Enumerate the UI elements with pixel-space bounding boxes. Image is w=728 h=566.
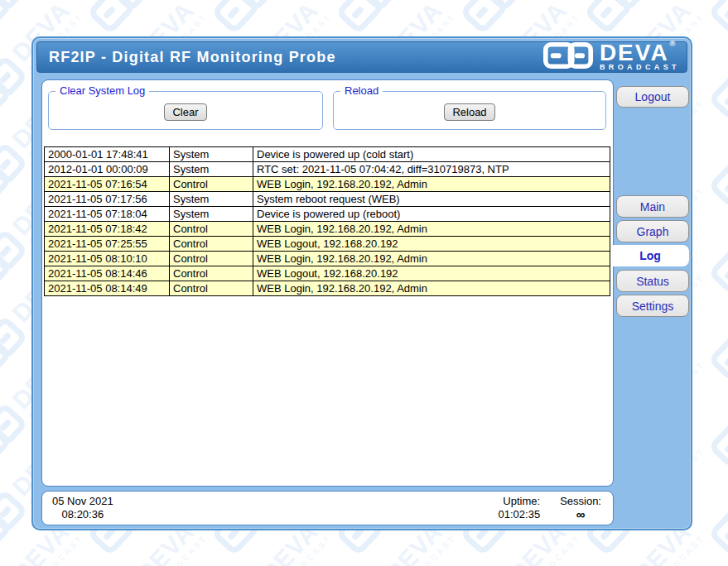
log-cell: Control [170, 237, 253, 252]
clear-system-log-group: Clear System Log Clear [48, 91, 323, 130]
log-cell: WEB Logout, 192.168.20.192 [253, 237, 610, 252]
app-window: RF2IP - Digital RF Monitoring Probe DEVA… [31, 36, 692, 530]
deva-brand: DEVA® [600, 43, 680, 63]
log-cell: 2021-11-05 08:14:46 [45, 266, 170, 281]
uptime-display: Uptime: 01:02:35 [499, 495, 541, 521]
log-row: 2021-11-05 07:25:55ControlWEB Logout, 19… [45, 237, 610, 252]
log-cell: RTC set: 2021-11-05 07:04:42, diff=31071… [253, 162, 610, 177]
status-bar: 05 Nov 2021 08:20:36 Uptime: 01:02:35 Se… [41, 491, 614, 525]
uptime-value: 01:02:35 [499, 508, 541, 521]
log-row: 2021-11-05 07:18:04SystemDevice is power… [45, 207, 610, 222]
session-label: Session: [560, 495, 601, 508]
deva-db-icon [543, 42, 593, 72]
log-cell: System [170, 192, 253, 207]
content-panel: Clear System Log Clear Reload Reload 200… [41, 79, 614, 487]
logout-button[interactable]: Logout [616, 86, 689, 108]
registered-mark: ® [670, 41, 677, 48]
log-row: 2021-11-05 08:14:46ControlWEB Logout, 19… [45, 266, 610, 281]
log-row: 2021-11-05 07:16:54ControlWEB Login, 192… [45, 177, 610, 192]
deva-watermark-logo: DEVABROADCAST [706, 0, 728, 36]
log-cell: 2021-11-05 07:18:04 [45, 207, 170, 222]
log-cell: 2021-11-05 08:14:49 [45, 281, 170, 296]
uptime-label: Uptime: [499, 495, 541, 508]
clear-button[interactable]: Clear [164, 103, 206, 121]
log-row: 2021-11-05 08:10:10ControlWEB Login, 192… [45, 252, 610, 266]
log-row: 2012-01-01 00:00:09SystemRTC set: 2021-1… [45, 162, 610, 177]
tab-log[interactable]: Log [611, 245, 689, 266]
log-cell: Control [170, 222, 253, 237]
tab-status[interactable]: Status [616, 270, 689, 292]
log-cell: Control [170, 281, 253, 296]
log-cell: System [170, 147, 253, 162]
log-cell: WEB Logout, 192.168.20.192 [253, 266, 610, 281]
log-row: 2021-11-05 08:14:49ControlWEB Login, 192… [45, 281, 610, 296]
reload-group: Reload Reload [333, 91, 606, 130]
log-cell: 2021-11-05 07:16:54 [45, 177, 170, 192]
deva-logo-text: DEVA® BROADCAST [600, 43, 680, 72]
log-cell: WEB Login, 192.168.20.192, Admin [253, 177, 610, 192]
log-cell: 2021-11-05 07:25:55 [45, 237, 170, 252]
log-cell: System [170, 207, 253, 222]
log-cell: System reboot request (WEB) [253, 192, 610, 207]
time-value: 08:20:36 [52, 508, 113, 521]
log-cell: 2000-01-01 17:48:41 [45, 147, 170, 162]
log-table: 2000-01-01 17:48:41SystemDevice is power… [44, 146, 610, 296]
deva-logo: DEVA® BROADCAST [543, 42, 680, 72]
log-cell: 2021-11-05 08:10:10 [45, 252, 170, 266]
log-cell: WEB Login, 192.168.20.192, Admin [253, 281, 610, 296]
tab-settings[interactable]: Settings [616, 295, 689, 317]
log-cell: WEB Login, 192.168.20.192, Admin [253, 252, 610, 266]
tab-main[interactable]: Main [616, 195, 689, 218]
footer-right: Uptime: 01:02:35 Session: ∞ [499, 495, 601, 521]
log-cell: WEB Login, 192.168.20.192, Admin [253, 222, 610, 237]
log-cell: System [170, 162, 253, 177]
page: DEVABROADCAST DEVABROADCAST DEVABROADCAS… [0, 0, 728, 566]
log-cell: Control [170, 177, 253, 192]
clear-system-log-legend: Clear System Log [55, 85, 149, 97]
datetime-display: 05 Nov 2021 08:20:36 [52, 495, 113, 521]
reload-button[interactable]: Reload [444, 103, 494, 121]
log-cell: Control [170, 266, 253, 281]
log-cell: 2012-01-01 00:00:09 [45, 162, 170, 177]
log-row: 2021-11-05 07:18:42ControlWEB Login, 192… [45, 222, 610, 237]
tab-graph[interactable]: Graph [616, 220, 689, 242]
log-cell: Device is powered up (cold start) [253, 147, 610, 162]
log-row: 2000-01-01 17:48:41SystemDevice is power… [45, 147, 610, 162]
log-cell: Control [170, 252, 253, 266]
deva-tagline: BROADCAST [600, 64, 680, 71]
reload-legend: Reload [340, 85, 383, 97]
header-bar: RF2IP - Digital RF Monitoring Probe DEVA… [36, 41, 687, 73]
log-cell: 2021-11-05 07:18:42 [45, 222, 170, 237]
log-cell: 2021-11-05 07:17:56 [45, 192, 170, 207]
log-table-wrap: 2000-01-01 17:48:41SystemDevice is power… [44, 146, 610, 296]
date-value: 05 Nov 2021 [52, 495, 113, 508]
session-display: Session: ∞ [560, 495, 601, 521]
page-title: RF2IP - Digital RF Monitoring Probe [49, 49, 336, 66]
log-cell: Device is powered up (reboot) [253, 207, 610, 222]
session-value: ∞ [560, 508, 601, 520]
log-row: 2021-11-05 07:17:56SystemSystem reboot r… [45, 192, 610, 207]
